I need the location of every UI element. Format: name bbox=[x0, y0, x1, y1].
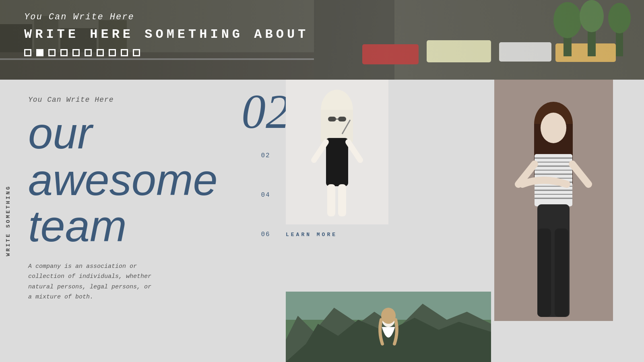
big-number: 02 bbox=[242, 88, 290, 136]
dot-9[interactable] bbox=[121, 49, 128, 56]
dot-1[interactable] bbox=[24, 49, 31, 56]
small-number-04[interactable]: 04 bbox=[261, 191, 270, 199]
you-can-write-label: You Can Write Here bbox=[28, 96, 233, 104]
blonde-person-svg bbox=[286, 80, 388, 224]
svg-rect-30 bbox=[338, 184, 346, 216]
content-area: You Can Write Here our awesome team A co… bbox=[20, 80, 644, 362]
heading-line2: awesome bbox=[28, 156, 233, 203]
nature-scene-svg bbox=[286, 292, 491, 362]
small-number-02[interactable]: 02 bbox=[261, 152, 270, 159]
header-content: You Can Write Here WRITE HERE SOMETHING … bbox=[0, 0, 644, 68]
svg-rect-21 bbox=[321, 110, 353, 142]
photo-nature bbox=[286, 292, 491, 362]
svg-rect-29 bbox=[327, 184, 335, 216]
svg-rect-25 bbox=[326, 138, 348, 186]
header-section: You Can Write Here WRITE HERE SOMETHING … bbox=[0, 0, 644, 80]
dot-10[interactable] bbox=[133, 49, 140, 56]
header-dots bbox=[24, 49, 620, 56]
header-title: WRITE HERE SOMETHING ABOUT bbox=[24, 27, 620, 42]
numbers-block: 02 02 04 06 bbox=[246, 80, 286, 362]
description-text: A company is an association or collectio… bbox=[28, 261, 157, 302]
brunette-person-svg bbox=[494, 80, 613, 321]
main-heading: our awesome team bbox=[28, 110, 233, 249]
small-number-06[interactable]: 06 bbox=[261, 231, 270, 238]
dot-7[interactable] bbox=[97, 49, 104, 56]
main-section: WRITE SOMETHING You Can Write Here our a… bbox=[0, 80, 644, 362]
svg-rect-22 bbox=[328, 117, 336, 121]
dot-2[interactable] bbox=[36, 49, 43, 56]
photo-brunette bbox=[494, 80, 613, 321]
heading-line3: team bbox=[28, 203, 233, 249]
photos-area: LEARN MORE bbox=[286, 80, 644, 362]
svg-point-39 bbox=[541, 113, 566, 143]
learn-more-container: LEARN MORE bbox=[286, 224, 388, 238]
dot-8[interactable] bbox=[109, 49, 116, 56]
svg-point-34 bbox=[381, 308, 396, 324]
learn-more-button[interactable]: LEARN MORE bbox=[286, 232, 337, 238]
svg-rect-56 bbox=[555, 228, 568, 317]
svg-rect-55 bbox=[537, 228, 551, 317]
dot-5[interactable] bbox=[72, 49, 80, 56]
header-subtitle: You Can Write Here bbox=[24, 12, 620, 22]
dot-3[interactable] bbox=[48, 49, 56, 56]
photo-left-column: LEARN MORE bbox=[286, 80, 491, 362]
vertical-text: WRITE SOMETHING bbox=[5, 185, 11, 256]
heading-line1: our bbox=[28, 110, 233, 156]
svg-rect-23 bbox=[338, 117, 346, 121]
vertical-text-container: WRITE SOMETHING bbox=[0, 80, 16, 362]
left-text-block: You Can Write Here our awesome team A co… bbox=[20, 80, 246, 362]
photo-blonde bbox=[286, 80, 388, 224]
dot-6[interactable] bbox=[85, 49, 92, 56]
dot-4[interactable] bbox=[60, 49, 68, 56]
